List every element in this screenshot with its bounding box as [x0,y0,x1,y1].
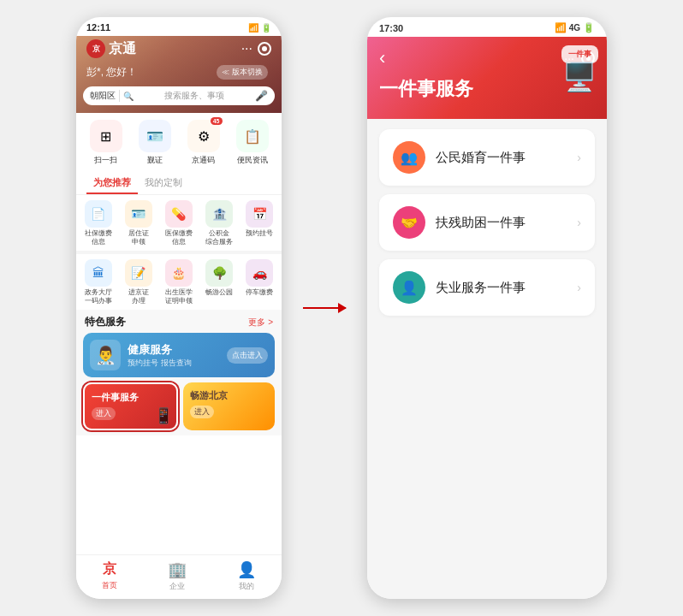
assist-icon: 🤝 [393,206,425,239]
navigation-arrow [299,307,350,309]
mic-icon[interactable]: 🎤 [255,90,268,102]
health-card-image: 👨‍⚕️ [90,340,121,370]
left-status-bar: 12:11 📶 🔋 [76,17,282,36]
search-bar[interactable]: 朝阳区 🔍 搜索服务、事项 🎤 [83,86,275,105]
greeting-text: 彭*, 您好！ ≪ 版本切换 [76,62,282,83]
menu-idcard[interactable]: 🪪 觐证 [130,120,179,166]
service-park[interactable]: 🌳 畅游公园 [201,259,238,305]
service-beijingpass[interactable]: 📝 进京证办理 [120,259,157,305]
app-logo: 京 京通 [86,39,136,58]
home-label: 首页 [102,580,117,591]
bottom-nav: 京 首页 🏢 企业 👤 我的 [76,554,282,599]
social-insurance-icon: 📄 [85,200,112,228]
service-appointment[interactable]: 📅 预约挂号 [241,200,278,246]
hero-banner: 京 京通 ··· 彭*, 您好！ ≪ 版本切换 朝阳区 🔍 搜 [76,36,282,113]
scan-label: 扫一扫 [94,155,117,166]
nav-home[interactable]: 京 首页 [102,560,117,592]
jingcode-badge: 45 [211,117,223,125]
district-tag[interactable]: 朝阳区 [90,90,120,102]
service-medical[interactable]: 💊 医保缴费信息 [160,200,197,246]
home-icon: 京 [103,560,116,578]
jingcode-label: 京通码 [192,155,215,166]
list-item-assist[interactable]: 🤝 扶残助困一件事 › [379,194,595,251]
hero-decoration: 一件事 🖥️ [530,45,598,97]
right-status-icons: 📶 4G 🔋 [555,22,595,33]
health-card-button[interactable]: 点击进入 [227,347,268,364]
camera-icon[interactable] [258,42,271,56]
list-item-unemployment[interactable]: 👤 失业服务一件事 › [379,259,595,316]
menu-jingcode[interactable]: ⚙ 45 京通码 [179,120,228,166]
beijing-card-title: 畅游北京 [190,389,268,402]
assist-label: 扶残助困一件事 [436,215,526,231]
tab-recommended[interactable]: 为您推荐 [86,173,138,194]
yijian-card-title: 一件事服务 [92,391,169,404]
idcard-label: 觐证 [147,155,163,166]
scan-icon: ⊞ [90,120,122,152]
news-label: 便民资讯 [237,155,268,166]
tab-custom[interactable]: 我的定制 [138,173,189,194]
menu-dots[interactable]: ··· [241,41,252,56]
app-name: 京通 [109,40,136,58]
logo-icon: 京 [86,39,105,58]
govhall-icon: 🏛 [85,259,112,287]
left-time: 12:11 [86,22,110,33]
service-residence[interactable]: 🪪 居住证申领 [120,200,157,246]
service-birthcert[interactable]: 🎂 出生医学证明申领 [160,259,197,305]
service-grid-2: 🏛 政务大厅一码办事 📝 进京证办理 🎂 出生医学证明申领 🌳 畅游公园 🚗 停… [76,254,282,310]
main-menu: ⊞ 扫一扫 🪪 觐证 ⚙ 45 京通码 📋 便民资讯 [76,113,282,169]
back-button[interactable]: ‹ [379,47,385,69]
deco-monitor-icon: 🖥️ [562,61,597,93]
feature-section-title: 特色服务 [85,315,126,329]
jingcode-icon: ⚙ 45 [187,120,220,152]
beijing-card[interactable]: 畅游北京 进入 [183,382,275,430]
marriage-label: 公民婚育一件事 [436,150,526,166]
enterprise-label: 企业 [169,581,185,592]
enterprise-icon: 🏢 [168,560,187,579]
version-switch[interactable]: ≪ 版本切换 [217,65,268,80]
left-phone: 12:11 📶 🔋 京 京通 ··· [76,17,282,599]
feature-more-link[interactable]: 更多 > [248,317,273,329]
right-phone: 17:30 📶 4G 🔋 ‹ ··· 一件事服务 一件事 [367,17,607,599]
fund-icon: 🏦 [205,200,233,228]
news-icon: 📋 [236,120,269,152]
health-card-title: 健康服务 [128,342,227,358]
service-social-insurance[interactable]: 📄 社保缴费信息 [80,200,116,246]
search-placeholder: 搜索服务、事项 [137,90,252,102]
marriage-arrow: › [577,151,581,164]
assist-arrow: › [577,216,581,229]
service-grid-1: 📄 社保缴费信息 🪪 居住证申领 💊 医保缴费信息 🏦 公积金综合服务 📅 预约… [76,195,282,251]
service-list: 👥 公民婚育一件事 › 🤝 扶残助困一件事 › 👤 失业服务一件事 › [367,119,607,599]
right-time: 17:30 [379,23,403,33]
nav-mine[interactable]: 👤 我的 [237,560,256,592]
arrow-line [303,307,346,309]
mine-label: 我的 [239,581,254,592]
menu-news[interactable]: 📋 便民资讯 [228,120,276,166]
feature-cards: 👨‍⚕️ 健康服务 预约挂号 报告查询 点击进入 一件事服务 进入 📱 畅游北京 [76,333,282,435]
yijian-enter-button[interactable]: 进入 [92,407,116,420]
mine-icon: 👤 [237,560,256,579]
search-icon: 🔍 [123,92,134,101]
list-item-marriage[interactable]: 👥 公民婚育一件事 › [379,129,595,186]
content-tabs: 为您推荐 我的定制 [76,169,282,195]
health-card-subtitle: 预约挂号 报告查询 [128,358,227,369]
idcard-icon: 🪪 [139,120,171,152]
residence-icon: 🪪 [125,200,152,228]
health-card[interactable]: 👨‍⚕️ 健康服务 预约挂号 报告查询 点击进入 [83,333,275,377]
feature-section-header: 特色服务 更多 > [76,310,282,333]
service-parking[interactable]: 🚗 停车缴费 [241,259,278,305]
nav-enterprise[interactable]: 🏢 企业 [168,560,187,592]
unemployment-arrow: › [577,281,581,294]
left-status-icons: 📶 🔋 [248,23,271,33]
marriage-icon: 👥 [393,141,425,174]
beijingpass-icon: 📝 [125,259,152,287]
right-hero: ‹ ··· 一件事服务 一件事 🖥️ [367,37,607,119]
park-icon: 🌳 [205,259,233,287]
menu-scan[interactable]: ⊞ 扫一扫 [81,120,130,166]
yijian-card[interactable]: 一件事服务 进入 📱 [83,382,178,430]
service-fund[interactable]: 🏦 公积金综合服务 [201,200,238,246]
service-govhall[interactable]: 🏛 政务大厅一码办事 [80,259,116,305]
right-status-bar: 17:30 📶 4G 🔋 [367,17,607,37]
unemployment-icon: 👤 [393,271,425,304]
medical-icon: 💊 [165,200,193,228]
beijing-enter-button[interactable]: 进入 [190,406,214,418]
